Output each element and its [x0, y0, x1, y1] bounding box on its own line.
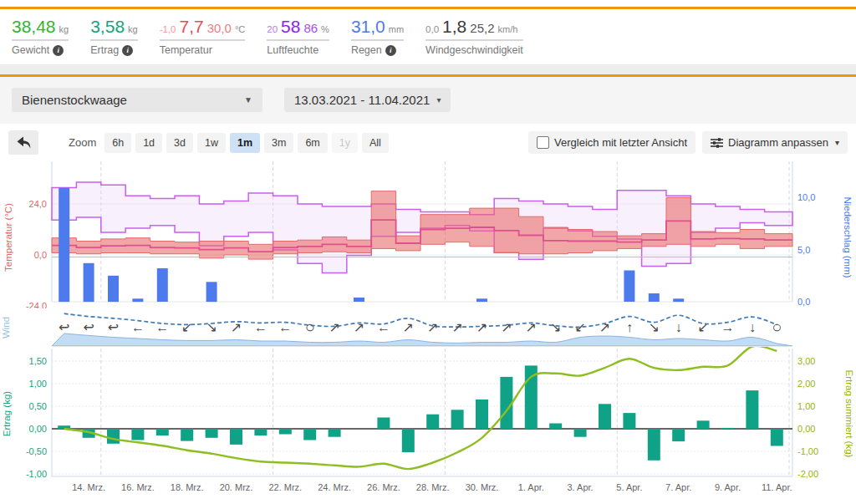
temp-unit: °C	[235, 24, 245, 34]
wind-direction-arrow: ↙	[697, 320, 708, 334]
stat-gewicht: 38,48 kg Gewicht i	[12, 17, 69, 56]
x-axis-label: 28. Mrz.	[416, 482, 450, 492]
wind-direction-arrow: ↗	[599, 320, 610, 334]
stat-label-text: Gewicht	[12, 44, 49, 56]
x-axis-label: 5. Apr.	[616, 482, 642, 492]
rain-bar	[206, 282, 217, 302]
zoom-6h-button[interactable]: 6h	[104, 133, 131, 153]
info-icon[interactable]: i	[122, 45, 133, 56]
checkbox-icon[interactable]	[537, 136, 549, 149]
yield-axis-tick: 1,50	[29, 356, 47, 366]
yield-bar	[574, 429, 587, 437]
zoom-3d-button[interactable]: 3d	[166, 133, 193, 153]
rain-bar	[673, 298, 684, 302]
wind-unit: km/h	[498, 24, 518, 34]
zoom-1w-button[interactable]: 1w	[197, 133, 226, 153]
x-axis-label: 3. Apr.	[567, 482, 593, 492]
selector-row: Bienenstockwaage ▼ 13.03.2021 - 11.04.20…	[0, 77, 856, 124]
stat-label-text: Luftfeuchte	[267, 44, 318, 56]
yield-bar	[329, 429, 341, 437]
chevron-down-icon: ▾	[835, 138, 839, 147]
compare-label: Vergleich mit letzter Ansicht	[554, 136, 687, 149]
stat-label-text: Ertrag	[90, 44, 119, 56]
stat-windgeschwindigkeit: 0,0 1,8 25,2 km/h Windgeschwindigkeit	[425, 17, 523, 56]
zoom-1d-button[interactable]: 1d	[135, 133, 162, 153]
yield-bar	[721, 428, 734, 429]
rain-bar	[132, 298, 143, 302]
stat-ertrag-label: Ertrag i	[90, 41, 138, 56]
stat-ertrag-values: 3,58 kg	[90, 17, 138, 41]
yield-axis-tick: -1,00	[26, 469, 47, 479]
wind-direction-arrow: ←	[155, 320, 169, 334]
adjust-chart-button[interactable]: Diagramm anpassen ▾	[702, 131, 848, 154]
stat-temperatur-label: Temperatur	[160, 41, 246, 56]
yield-bar	[648, 429, 660, 461]
yield-bar	[279, 429, 292, 435]
wind-direction-arrow: ←	[131, 320, 145, 334]
wind-direction-arrow: ○	[305, 318, 315, 336]
yield-bar	[746, 390, 758, 429]
temp-min-value: -1,0	[160, 24, 176, 34]
yield-value: 3,58	[90, 17, 125, 37]
wind-direction-arrow: ↗	[427, 320, 438, 334]
device-select[interactable]: Bienenstockwaage ▼	[12, 88, 262, 112]
wind-speed-area	[52, 333, 792, 346]
x-axis-label: 18. Mrz.	[171, 482, 204, 492]
zoom-3m-button[interactable]: 3m	[264, 133, 293, 153]
wind-min-value: 0,0	[425, 24, 439, 34]
yield-bar	[131, 429, 144, 440]
stats-card: 38,48 kg Gewicht i 3,58 kg Ertrag i -1,0…	[0, 7, 856, 64]
info-icon[interactable]: i	[53, 45, 64, 56]
yield-bar	[500, 377, 512, 429]
yield-bar	[623, 413, 635, 429]
yield-bar	[672, 429, 685, 441]
undo-arrow-icon	[15, 135, 32, 150]
adjust-chart-label: Diagramm anpassen	[728, 136, 828, 149]
rain-axis-title: Niederschlag (mm)	[843, 196, 853, 277]
wind-direction-arrow: →	[721, 320, 735, 334]
rain-axis-tick: 10,0	[797, 192, 815, 202]
wind-direction-arrow: ↑	[626, 320, 633, 334]
wind-axis-title: Wind	[1, 317, 11, 339]
yield-bar	[107, 429, 120, 444]
rain-axis-tick: 5,0	[797, 245, 810, 255]
x-axis-label: 20. Mrz.	[220, 482, 253, 492]
x-axis-label: 26. Mrz.	[367, 482, 400, 492]
back-button[interactable]	[8, 130, 38, 155]
compare-toggle[interactable]: Vergleich mit letzter Ansicht	[528, 131, 696, 154]
cumulative-axis-tick: 1,00	[797, 401, 815, 411]
chart-card: Zoom 6h 1d 3d 1w 1m 3m 6m 1y All Verglei…	[0, 124, 856, 497]
rain-value: 31,0	[351, 17, 385, 37]
cumulative-axis-title: Ertrag summiert (kg)	[844, 370, 854, 458]
stat-gewicht-values: 38,48 kg	[12, 17, 69, 41]
yield-bar	[181, 429, 193, 441]
yield-bar	[303, 429, 316, 440]
weather-chart[interactable]: 24,00,0-24,010,05,00,0Temperatur (°C)Nie…	[0, 158, 856, 308]
x-axis-label: 11. Apr.	[762, 482, 792, 492]
zoom-6m-button[interactable]: 6m	[298, 133, 327, 153]
rain-bar	[476, 298, 487, 302]
yield-bar	[377, 418, 390, 430]
x-axis-label: 16. Mrz.	[121, 482, 155, 492]
stat-label-text: Regen	[351, 44, 382, 56]
stat-luftfeuchte: 20 58 86 % Luftfeuchte	[267, 17, 329, 56]
date-range-select[interactable]: 13.03.2021 - 11.04.2021 ▾	[284, 88, 451, 112]
wind-direction-arrow: ↗	[403, 320, 414, 334]
temp-max-value: 30,0	[207, 21, 232, 35]
yield-axis-tick: 0,50	[29, 401, 47, 411]
x-axis-label: 7. Apr.	[665, 482, 691, 492]
humidity-unit: %	[321, 24, 329, 34]
humidity-max-value: 86	[303, 21, 318, 35]
yield-chart[interactable]: 1,501,000,500,00-0,50-1,003,002,001,000,…	[0, 347, 856, 497]
wind-direction-arrow: ↗	[231, 320, 242, 334]
info-icon[interactable]: i	[385, 45, 396, 56]
zoom-all-button[interactable]: All	[362, 133, 389, 153]
stat-luftfeuchte-label: Luftfeuchte	[267, 41, 329, 56]
cumulative-axis-tick: 3,00	[797, 356, 815, 366]
yield-bar	[254, 429, 267, 435]
stat-temperatur: -1,0 7,7 30,0 °C Temperatur	[160, 17, 246, 56]
zoom-1m-button[interactable]: 1m	[230, 133, 260, 153]
yield-bar	[771, 429, 783, 446]
wind-direction-arrow: ↓	[749, 320, 756, 334]
wind-strip-chart[interactable]: ↩↩↩←←↙↘↗←←○↗↗←↗↗↗↗↗↗↘↙↗↑↘↓↙→↓○Wind	[0, 308, 856, 347]
